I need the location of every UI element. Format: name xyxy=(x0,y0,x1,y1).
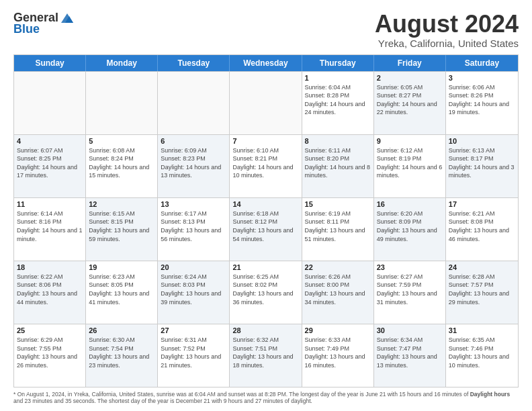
day-number: 25 xyxy=(17,326,83,334)
day-number: 12 xyxy=(89,200,154,208)
subtitle: Yreka, California, United States xyxy=(375,38,519,49)
day-info: Sunrise: 6:04 AM Sunset: 8:28 PM Dayligh… xyxy=(305,83,371,117)
day-info: Sunrise: 6:19 AM Sunset: 8:11 PM Dayligh… xyxy=(305,210,371,243)
day-info: Sunrise: 6:28 AM Sunset: 7:57 PM Dayligh… xyxy=(449,273,515,306)
day-number: 11 xyxy=(17,200,83,208)
footer-and23: and 23 xyxy=(13,398,31,404)
calendar-cell: 30Sunrise: 6:34 AM Sunset: 7:47 PM Dayli… xyxy=(374,324,446,387)
calendar-cell: 2Sunrise: 6:05 AM Sunset: 8:27 PM Daylig… xyxy=(374,72,446,134)
calendar-cell: 15Sunrise: 6:19 AM Sunset: 8:11 PM Dayli… xyxy=(302,198,374,261)
day-info: Sunrise: 6:29 AM Sunset: 7:55 PM Dayligh… xyxy=(17,336,83,369)
day-info: Sunrise: 6:15 AM Sunset: 8:15 PM Dayligh… xyxy=(89,210,154,243)
calendar-header-cell: Sunday xyxy=(14,55,86,71)
day-info: Sunrise: 6:05 AM Sunset: 8:27 PM Dayligh… xyxy=(377,83,443,117)
day-info: Sunrise: 6:08 AM Sunset: 8:24 PM Dayligh… xyxy=(89,146,154,180)
calendar-cell: 24Sunrise: 6:28 AM Sunset: 7:57 PM Dayli… xyxy=(446,261,518,324)
calendar-cell: 4Sunrise: 6:07 AM Sunset: 8:25 PM Daylig… xyxy=(14,135,86,197)
day-number: 18 xyxy=(17,263,83,271)
calendar-header-cell: Tuesday xyxy=(158,55,230,71)
day-number: 27 xyxy=(161,326,226,334)
day-info: Sunrise: 6:06 AM Sunset: 8:26 PM Dayligh… xyxy=(449,83,515,117)
day-number: 14 xyxy=(232,200,298,208)
day-number: 31 xyxy=(449,326,515,334)
calendar-cell: 23Sunrise: 6:27 AM Sunset: 7:59 PM Dayli… xyxy=(374,261,446,324)
calendar-cell: 3Sunrise: 6:06 AM Sunset: 8:26 PM Daylig… xyxy=(446,72,518,134)
calendar-cell: 1Sunrise: 6:04 AM Sunset: 8:28 PM Daylig… xyxy=(302,72,374,134)
calendar-week-row: 25Sunrise: 6:29 AM Sunset: 7:55 PM Dayli… xyxy=(14,324,518,387)
day-number: 9 xyxy=(377,137,443,145)
day-number: 4 xyxy=(17,137,83,145)
calendar-cell: 16Sunrise: 6:20 AM Sunset: 8:09 PM Dayli… xyxy=(374,198,446,261)
calendar-cell: 29Sunrise: 6:33 AM Sunset: 7:49 PM Dayli… xyxy=(302,324,374,387)
day-info: Sunrise: 6:35 AM Sunset: 7:46 PM Dayligh… xyxy=(449,336,515,369)
calendar-body: 1Sunrise: 6:04 AM Sunset: 8:28 PM Daylig… xyxy=(14,71,518,387)
calendar-cell: 6Sunrise: 6:09 AM Sunset: 8:23 PM Daylig… xyxy=(158,135,230,197)
calendar-cell: 28Sunrise: 6:32 AM Sunset: 7:51 PM Dayli… xyxy=(230,324,302,387)
day-info: Sunrise: 6:26 AM Sunset: 8:00 PM Dayligh… xyxy=(305,273,371,306)
calendar-week-row: 18Sunrise: 6:22 AM Sunset: 8:06 PM Dayli… xyxy=(14,261,518,324)
calendar-header-cell: Saturday xyxy=(446,55,518,71)
calendar-cell: 19Sunrise: 6:23 AM Sunset: 8:05 PM Dayli… xyxy=(86,261,158,324)
calendar-cell: 25Sunrise: 6:29 AM Sunset: 7:55 PM Dayli… xyxy=(14,324,86,387)
footer-daylight-hours: Daylight hours xyxy=(470,391,511,398)
day-info: Sunrise: 6:32 AM Sunset: 7:51 PM Dayligh… xyxy=(232,336,298,369)
title-block: August 2024 Yreka, California, United St… xyxy=(375,11,519,49)
day-number: 16 xyxy=(377,200,443,208)
calendar-cell: 26Sunrise: 6:30 AM Sunset: 7:54 PM Dayli… xyxy=(86,324,158,387)
day-info: Sunrise: 6:25 AM Sunset: 8:02 PM Dayligh… xyxy=(232,273,298,306)
calendar-header-cell: Wednesday xyxy=(230,55,302,71)
day-number: 13 xyxy=(161,200,226,208)
day-number: 30 xyxy=(377,326,443,334)
header: General Blue August 2024 Yreka, Californ… xyxy=(13,11,519,49)
calendar-cell: 14Sunrise: 6:18 AM Sunset: 8:12 PM Dayli… xyxy=(230,198,302,261)
day-info: Sunrise: 6:24 AM Sunset: 8:03 PM Dayligh… xyxy=(161,273,226,306)
day-info: Sunrise: 6:07 AM Sunset: 8:25 PM Dayligh… xyxy=(17,146,83,180)
logo: General Blue xyxy=(13,11,75,36)
day-info: Sunrise: 6:22 AM Sunset: 8:06 PM Dayligh… xyxy=(17,273,83,306)
calendar-header-cell: Friday xyxy=(374,55,446,71)
calendar: SundayMondayTuesdayWednesdayThursdayFrid… xyxy=(13,54,519,387)
day-number: 24 xyxy=(449,263,515,271)
calendar-cell: 12Sunrise: 6:15 AM Sunset: 8:15 PM Dayli… xyxy=(86,198,158,261)
day-info: Sunrise: 6:12 AM Sunset: 8:19 PM Dayligh… xyxy=(377,146,443,180)
calendar-week-row: 11Sunrise: 6:14 AM Sunset: 8:16 PM Dayli… xyxy=(14,197,518,261)
day-info: Sunrise: 6:30 AM Sunset: 7:54 PM Dayligh… xyxy=(89,336,154,369)
day-info: Sunrise: 6:31 AM Sunset: 7:52 PM Dayligh… xyxy=(161,336,226,369)
day-info: Sunrise: 6:21 AM Sunset: 8:08 PM Dayligh… xyxy=(449,210,515,243)
calendar-cell: 13Sunrise: 6:17 AM Sunset: 8:13 PM Dayli… xyxy=(158,198,230,261)
day-info: Sunrise: 6:27 AM Sunset: 7:59 PM Dayligh… xyxy=(377,273,443,306)
day-info: Sunrise: 6:13 AM Sunset: 8:17 PM Dayligh… xyxy=(449,146,515,180)
day-info: Sunrise: 6:34 AM Sunset: 7:47 PM Dayligh… xyxy=(377,336,443,369)
calendar-cell xyxy=(158,72,230,134)
day-number: 5 xyxy=(89,137,154,145)
calendar-cell: 11Sunrise: 6:14 AM Sunset: 8:16 PM Dayli… xyxy=(14,198,86,261)
calendar-cell: 7Sunrise: 6:10 AM Sunset: 8:21 PM Daylig… xyxy=(230,135,302,197)
calendar-header-cell: Monday xyxy=(86,55,158,71)
footer-text: * On August 1, 2024, in Yreka, Californi… xyxy=(13,391,519,404)
calendar-cell xyxy=(230,72,302,134)
calendar-cell: 31Sunrise: 6:35 AM Sunset: 7:46 PM Dayli… xyxy=(446,324,518,387)
calendar-cell xyxy=(86,72,158,134)
calendar-header-cell: Thursday xyxy=(302,55,374,71)
day-number: 28 xyxy=(232,326,298,334)
day-info: Sunrise: 6:11 AM Sunset: 8:20 PM Dayligh… xyxy=(305,146,371,180)
day-info: Sunrise: 6:33 AM Sunset: 7:49 PM Dayligh… xyxy=(305,336,371,369)
day-info: Sunrise: 6:23 AM Sunset: 8:05 PM Dayligh… xyxy=(89,273,154,306)
calendar-cell: 20Sunrise: 6:24 AM Sunset: 8:03 PM Dayli… xyxy=(158,261,230,324)
calendar-week-row: 1Sunrise: 6:04 AM Sunset: 8:28 PM Daylig… xyxy=(14,71,518,134)
calendar-cell: 10Sunrise: 6:13 AM Sunset: 8:17 PM Dayli… xyxy=(446,135,518,197)
day-number: 3 xyxy=(449,74,515,82)
calendar-cell: 8Sunrise: 6:11 AM Sunset: 8:20 PM Daylig… xyxy=(302,135,374,197)
calendar-cell: 18Sunrise: 6:22 AM Sunset: 8:06 PM Dayli… xyxy=(14,261,86,324)
calendar-cell: 22Sunrise: 6:26 AM Sunset: 8:00 PM Dayli… xyxy=(302,261,374,324)
day-info: Sunrise: 6:20 AM Sunset: 8:09 PM Dayligh… xyxy=(377,210,443,243)
day-number: 7 xyxy=(232,137,298,145)
day-number: 6 xyxy=(161,137,226,145)
day-info: Sunrise: 6:17 AM Sunset: 8:13 PM Dayligh… xyxy=(161,210,226,243)
day-number: 8 xyxy=(305,137,371,145)
day-number: 1 xyxy=(305,74,371,82)
day-info: Sunrise: 6:18 AM Sunset: 8:12 PM Dayligh… xyxy=(232,210,298,243)
day-number: 19 xyxy=(89,263,154,271)
day-number: 17 xyxy=(449,200,515,208)
day-number: 22 xyxy=(305,263,371,271)
